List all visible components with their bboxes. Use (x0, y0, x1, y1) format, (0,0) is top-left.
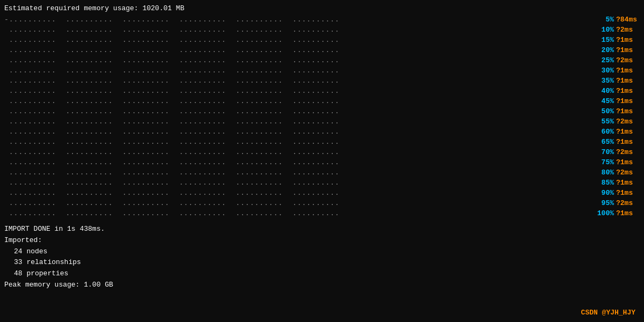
percent-entry: 5%?84ms (591, 14, 640, 25)
dots-indicator: .......... .......... .......... .......… (4, 26, 340, 34)
dots-indicator: .......... .......... .......... .......… (4, 189, 340, 197)
timing-value: ?2ms (614, 199, 640, 207)
progress-dots-row: .......... .......... .......... .......… (4, 157, 587, 167)
percent-value: 15% (594, 36, 614, 44)
dots-indicator: .......... .......... .......... .......… (4, 179, 340, 187)
percent-entry: 85%?1ms (591, 178, 640, 188)
percent-entry: 15%?1ms (591, 35, 640, 45)
progress-dots-row: .......... .......... .......... .......… (4, 55, 587, 65)
timing-value: ?2ms (614, 26, 640, 34)
dots-indicator: .......... .......... .......... .......… (4, 138, 340, 146)
percent-entry: 65%?1ms (591, 137, 640, 147)
progress-dots-row: .......... .......... .......... .......… (4, 45, 587, 55)
timing-value: ?1ms (614, 77, 640, 85)
progress-dots-row: .......... .......... .......... .......… (4, 208, 587, 218)
timing-value: ?1ms (614, 46, 640, 54)
percent-value: 95% (594, 199, 614, 207)
percent-value: 20% (594, 46, 614, 54)
timing-value: ?1ms (614, 158, 640, 166)
progress-dots-row: .......... .......... .......... .......… (4, 198, 587, 208)
progress-dots-row: .......... .......... .......... .......… (4, 25, 587, 35)
done-line: IMPORT DONE in 1s 438ms. (4, 224, 640, 235)
percent-entry: 55%?2ms (591, 116, 640, 127)
percent-value: 55% (594, 118, 614, 126)
dots-indicator: .......... .......... .......... .......… (4, 169, 340, 177)
percent-value: 85% (594, 179, 614, 187)
progress-dots-row: .......... .......... .......... .......… (4, 188, 587, 198)
timing-value: ?2ms (614, 118, 640, 126)
dots-indicator: .......... .......... .......... .......… (4, 67, 340, 75)
progress-dots-row: .......... .......... .......... .......… (4, 76, 587, 86)
nodes-line: 24 nodes (4, 246, 640, 258)
dots-indicator: .......... .......... .......... .......… (4, 107, 340, 115)
properties-line: 48 properties (4, 268, 640, 280)
percent-entry: 10%?2ms (591, 25, 640, 35)
percent-entry: 40%?1ms (591, 86, 640, 96)
percent-entry: 20%?1ms (591, 45, 640, 55)
percent-value: 10% (594, 26, 614, 34)
progress-dots-row: .......... .......... .......... .......… (4, 116, 587, 127)
dots-indicator: .......... .......... .......... .......… (4, 87, 340, 95)
percent-value: 90% (594, 189, 614, 197)
dots-indicator: .......... .......... .......... .......… (4, 199, 340, 207)
memory-text: Estimated required memory usage: 1020.01… (4, 4, 184, 12)
timing-value: ?2ms (614, 56, 640, 64)
peak-memory-line: Peak memory usage: 1.00 GB (4, 280, 640, 291)
timing-value: ?1ms (614, 128, 640, 136)
progress-dots-row: .......... .......... .......... .......… (4, 147, 587, 157)
dots-indicator: .......... .......... .......... .......… (4, 56, 340, 64)
timing-value: ?84ms (614, 16, 640, 24)
dots-indicator: -.......... .......... .......... ......… (4, 16, 340, 24)
progress-dots-row: .......... .......... .......... .......… (4, 96, 587, 106)
progress-dots-row: .......... .......... .......... .......… (4, 127, 587, 137)
progress-dots-row: .......... .......... .......... .......… (4, 35, 587, 45)
imported-label: Imported: (4, 235, 640, 246)
percent-entry: 60%?1ms (591, 127, 640, 137)
percent-value: 35% (594, 77, 614, 85)
percent-entry: 45%?1ms (591, 96, 640, 106)
percent-value: 40% (594, 87, 614, 95)
percent-value: 80% (594, 169, 614, 177)
percent-value: 75% (594, 158, 614, 166)
memory-header: Estimated required memory usage: 1020.01… (4, 4, 640, 12)
timing-value: ?1ms (614, 138, 640, 146)
progress-dots-row: .......... .......... .......... .......… (4, 86, 587, 96)
timing-value: ?1ms (614, 87, 640, 95)
dots-indicator: .......... .......... .......... .......… (4, 97, 340, 105)
footer-section: IMPORT DONE in 1s 438ms. Imported: 24 no… (4, 224, 640, 291)
percent-entry: 95%?2ms (591, 198, 640, 208)
dots-indicator: .......... .......... .......... .......… (4, 148, 340, 156)
progress-dots-row: -.......... .......... .......... ......… (4, 14, 587, 25)
terminal-window: Estimated required memory usage: 1020.01… (0, 0, 644, 322)
timing-value: ?2ms (614, 169, 640, 177)
percent-entry: 70%?2ms (591, 147, 640, 157)
percent-entry: 80%?2ms (591, 167, 640, 178)
relationships-line: 33 relationships (4, 257, 640, 268)
percent-value: 25% (594, 56, 614, 64)
progress-dots-row: .......... .......... .......... .......… (4, 178, 587, 188)
percent-entry: 90%?1ms (591, 188, 640, 198)
percent-value: 70% (594, 148, 614, 156)
percent-value: 50% (594, 107, 614, 115)
timing-value: ?1ms (614, 189, 640, 197)
percent-value: 100% (594, 209, 614, 217)
percent-entry: 50%?1ms (591, 106, 640, 116)
percent-entry: 30%?1ms (591, 65, 640, 76)
percent-value: 65% (594, 138, 614, 146)
dots-indicator: .......... .......... .......... .......… (4, 128, 340, 136)
dots-column: -.......... .......... .......... ......… (4, 14, 591, 218)
percent-entry: 100%?1ms (591, 208, 640, 218)
progress-dots-row: .......... .......... .......... .......… (4, 106, 587, 116)
dots-indicator: .......... .......... .......... .......… (4, 209, 340, 217)
dots-indicator: .......... .......... .......... .......… (4, 158, 340, 166)
progress-dots-row: .......... .......... .......... .......… (4, 137, 587, 147)
timing-value: ?1ms (614, 107, 640, 115)
timing-value: ?1ms (614, 67, 640, 75)
progress-area: -.......... .......... .......... ......… (4, 14, 640, 218)
percent-entry: 75%?1ms (591, 157, 640, 167)
csdn-watermark: CSDN @YJH_HJY (581, 309, 635, 317)
percent-entry: 25%?2ms (591, 55, 640, 65)
timing-value: ?1ms (614, 36, 640, 44)
timing-value: ?1ms (614, 179, 640, 187)
timing-value: ?1ms (614, 209, 640, 217)
